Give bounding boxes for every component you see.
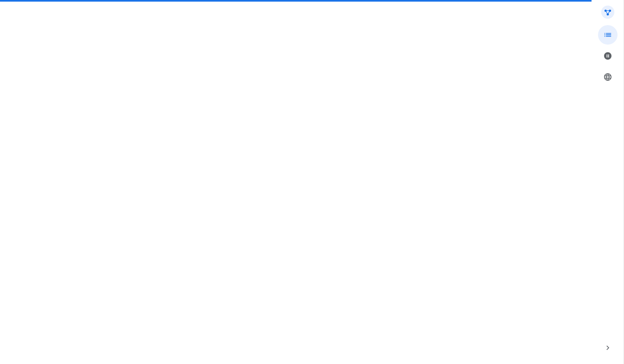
top-bar <box>0 0 592 2</box>
rail-item-stream[interactable] <box>598 46 618 66</box>
rail-item-list[interactable] <box>598 25 618 45</box>
side-rail <box>592 0 624 364</box>
rail-item-globe[interactable] <box>598 67 618 87</box>
svg-point-0 <box>601 6 614 19</box>
app-logo <box>600 4 616 20</box>
rail-item-expand[interactable] <box>598 338 618 358</box>
